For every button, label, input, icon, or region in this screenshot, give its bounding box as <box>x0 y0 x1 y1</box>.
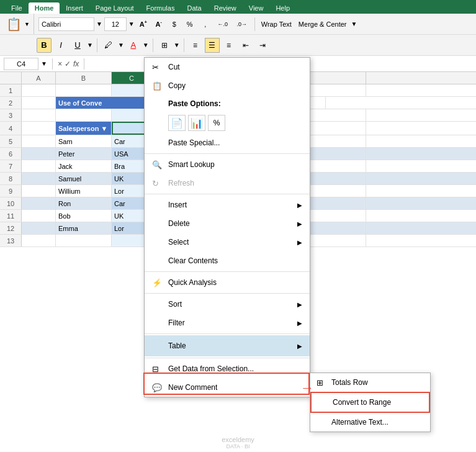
cell-b7[interactable]: Jack <box>56 160 112 172</box>
delete-item[interactable]: Delete ▶ <box>145 214 310 233</box>
table-label: Table <box>168 341 186 350</box>
underline-dropdown[interactable]: ▼ <box>87 42 93 48</box>
merge-center-button[interactable]: Merge & Center <box>296 20 349 28</box>
cell-b5[interactable]: Sam <box>56 135 112 147</box>
cell-a4[interactable] <box>22 122 56 135</box>
italic-button[interactable]: I <box>53 38 68 53</box>
tab-home[interactable]: Home <box>29 2 60 14</box>
smart-lookup-icon: 🔍 <box>152 160 162 170</box>
cell-b11[interactable]: Bob <box>56 210 112 222</box>
cell-reference-input[interactable] <box>4 58 38 70</box>
row-num-4: 4 <box>0 122 22 135</box>
font-name-dropdown[interactable]: ▼ <box>96 20 102 27</box>
row-num-6: 6 <box>0 148 22 160</box>
cell-a12[interactable] <box>22 222 56 234</box>
cell-b10[interactable]: Ron <box>56 197 112 209</box>
cell-b12[interactable]: Emma <box>56 222 112 234</box>
increase-font-size-button[interactable]: A+ <box>137 17 150 31</box>
table-item[interactable]: Table ▶ <box>145 335 310 356</box>
comma-button[interactable]: , <box>199 17 212 31</box>
font-color-dropdown[interactable]: ▼ <box>143 42 149 48</box>
border-dropdown[interactable]: ▼ <box>174 42 180 48</box>
cell-b1[interactable] <box>56 84 112 96</box>
cell-a6[interactable] <box>22 148 56 160</box>
tab-help[interactable]: Help <box>269 2 296 14</box>
cell-b3[interactable] <box>56 109 112 121</box>
col-header-b[interactable]: B <box>56 72 112 84</box>
paste-button[interactable]: 📋 <box>4 16 24 33</box>
underline-button[interactable]: U <box>70 38 85 53</box>
cell-a11[interactable] <box>22 210 56 222</box>
increase-decimal-button[interactable]: .0→ <box>233 17 251 31</box>
border-button[interactable]: ⊞ <box>157 38 172 53</box>
paste-special-item[interactable]: Paste Special... <box>145 133 310 152</box>
alternative-text-item[interactable]: Alternative Text... <box>310 413 430 432</box>
cell-ref-dropdown[interactable]: ▼ <box>41 60 47 67</box>
filter-item[interactable]: Filter ▶ <box>145 314 310 332</box>
paste-icon-1[interactable]: 📄 <box>168 115 186 131</box>
highlight-dropdown[interactable]: ▼ <box>118 42 124 48</box>
copy-menu-item[interactable]: 📋 Copy <box>145 76 310 95</box>
cell-a8[interactable] <box>22 173 56 184</box>
align-center-button[interactable]: ☰ <box>205 38 220 53</box>
col-header-a[interactable]: A <box>22 72 56 84</box>
select-item[interactable]: Select ▶ <box>145 233 310 251</box>
clear-contents-item[interactable]: Clear Contents <box>145 251 310 270</box>
align-right-button[interactable]: ≡ <box>222 38 236 53</box>
cell-a7[interactable] <box>22 160 56 172</box>
cell-a1[interactable] <box>22 84 56 96</box>
highlight-color-button[interactable]: 🖊 <box>101 38 116 53</box>
cell-a3[interactable] <box>22 109 56 121</box>
smart-lookup-item[interactable]: 🔍 Smart Lookup <box>145 155 310 174</box>
align-left-button[interactable]: ≡ <box>188 38 203 53</box>
font-name-input[interactable] <box>38 17 94 31</box>
row-num-12: 12 <box>0 222 22 234</box>
cell-a5[interactable] <box>22 135 56 147</box>
row-num-2: 2 <box>0 97 22 109</box>
cell-a10[interactable] <box>22 197 56 209</box>
convert-to-range-item[interactable]: Convert to Range <box>310 392 430 413</box>
percent-button[interactable]: % <box>183 17 197 31</box>
currency-button[interactable]: $ <box>168 17 181 31</box>
cell-b9[interactable]: Willium <box>56 185 112 197</box>
cell-b4-header[interactable]: Salesperson ▼ <box>56 122 112 135</box>
paste-icon-3[interactable]: % <box>208 115 225 131</box>
toolbar-row2: B I U ▼ 🖊 ▼ A ▼ ⊞ ▼ ≡ ☰ ≡ ⇤ ⇥ <box>0 35 476 56</box>
font-size-dropdown[interactable]: ▼ <box>128 20 135 27</box>
fx-label: × <box>58 60 62 68</box>
decrease-font-size-button[interactable]: A- <box>152 17 166 31</box>
wrap-text-button[interactable]: Wrap Text <box>259 20 294 28</box>
insert-item[interactable]: Insert ▶ <box>145 196 310 214</box>
tab-insert[interactable]: Insert <box>60 2 89 14</box>
font-color-button[interactable]: A <box>126 38 141 53</box>
tab-view[interactable]: View <box>243 2 270 14</box>
tab-data[interactable]: Data <box>181 2 207 14</box>
cell-b8[interactable]: Samuel <box>56 173 112 184</box>
cell-a13[interactable] <box>22 235 56 246</box>
merge-dropdown[interactable]: ▼ <box>351 20 357 27</box>
cell-b6[interactable]: Peter <box>56 148 112 160</box>
cell-a9[interactable] <box>22 185 56 197</box>
get-data-item[interactable]: ⊟ Get Data from Selection... <box>145 359 310 378</box>
quick-analysis-item[interactable]: ⚡ Quick Analysis <box>145 273 310 292</box>
cell-b13[interactable] <box>56 235 112 246</box>
tab-review[interactable]: Review <box>208 2 243 14</box>
cell-b2-title[interactable]: Use of Conve <box>56 97 152 109</box>
indent-decrease-button[interactable]: ⇤ <box>238 38 253 53</box>
paste-icon-2[interactable]: 📊 <box>188 115 205 131</box>
cell-a2[interactable] <box>22 97 56 109</box>
refresh-item[interactable]: ↻ Refresh <box>145 174 310 192</box>
sort-item[interactable]: Sort ▶ <box>145 295 310 314</box>
tab-formulas[interactable]: Formulas <box>140 2 181 14</box>
bold-button[interactable]: B <box>37 38 52 53</box>
new-comment-item[interactable]: 💬 New Comment <box>145 378 310 397</box>
tab-page-layout[interactable]: Page Layout <box>89 2 140 14</box>
paste-dropdown[interactable]: ▼ <box>24 21 30 27</box>
indent-increase-button[interactable]: ⇥ <box>255 38 270 53</box>
font-size-input[interactable] <box>104 17 127 31</box>
cut-menu-item[interactable]: ✂ Cut <box>145 58 310 76</box>
decrease-decimal-button[interactable]: ←.0 <box>214 17 231 31</box>
tab-file[interactable]: File <box>5 2 29 14</box>
totals-row-item[interactable]: ⊞ Totals Row <box>310 373 430 392</box>
row-num-8: 8 <box>0 173 22 184</box>
